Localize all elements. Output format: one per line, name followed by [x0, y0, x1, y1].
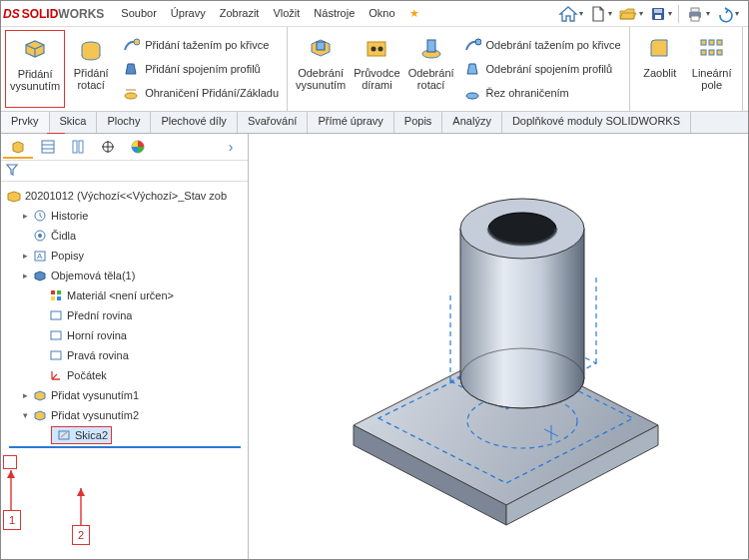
svg-rect-20 — [701, 50, 706, 55]
svg-point-16 — [466, 93, 478, 99]
svg-rect-19 — [717, 40, 722, 45]
svg-point-15 — [475, 39, 481, 45]
svg-rect-22 — [717, 50, 722, 55]
print-icon[interactable]: ▾ — [682, 3, 713, 25]
callout-2: 2 — [72, 525, 90, 545]
svg-rect-39 — [51, 296, 55, 300]
undo-icon[interactable]: ▾ — [713, 3, 742, 25]
menu-nastroje[interactable]: Nástroje — [307, 3, 362, 24]
svg-rect-37 — [51, 290, 55, 294]
feature-loft-boss[interactable]: Přidání spojením profilů — [117, 57, 283, 81]
feature-sweep-boss[interactable]: Přidání tažením po křivce — [117, 33, 283, 57]
callout-1: 1 — [3, 510, 21, 530]
svg-rect-21 — [709, 50, 714, 55]
tree-predni-rovina[interactable]: Přední rovina — [3, 305, 248, 325]
app-logo: DS SOLIDWORKS — [3, 7, 104, 21]
svg-rect-23 — [42, 141, 54, 153]
tab-popis[interactable]: Popis — [394, 112, 443, 133]
svg-rect-42 — [51, 331, 61, 339]
menu-zobrazit[interactable]: Zobrazit — [213, 3, 267, 24]
menu-vlozit[interactable]: Vložit — [266, 3, 307, 24]
tree-vysun1[interactable]: ▸Přidat vysunutím1 — [3, 385, 248, 405]
feature-sweep-cut[interactable]: Odebrání tažením po křivce — [458, 33, 625, 57]
home-icon[interactable]: ▾ — [555, 3, 586, 25]
menu-okno[interactable]: Okno — [362, 3, 401, 24]
svg-rect-9 — [317, 42, 325, 50]
svg-point-8 — [125, 93, 137, 99]
svg-point-34 — [38, 234, 42, 238]
new-icon[interactable]: ▾ — [586, 3, 615, 25]
svg-point-12 — [378, 47, 383, 52]
tree-rollback-bar[interactable] — [9, 446, 241, 448]
svg-rect-18 — [709, 40, 714, 45]
linear-pattern[interactable]: Lineární pole — [686, 30, 738, 108]
panel-tab-config[interactable] — [63, 135, 93, 159]
menu-upravy[interactable]: Úpravy — [164, 3, 213, 24]
feature-extrude-boss[interactable]: Přidání vysunutím — [5, 30, 65, 108]
svg-rect-1 — [654, 9, 662, 13]
tree-tela[interactable]: ▸Objemová těla(1) — [3, 266, 248, 285]
svg-text:A: A — [37, 252, 43, 261]
tab-plochy[interactable]: Plochy — [97, 112, 151, 133]
svg-point-7 — [134, 39, 140, 45]
feature-loft-cut[interactable]: Odebrání spojením profilů — [458, 57, 625, 81]
tree-cidla[interactable]: Čidla — [3, 226, 248, 246]
svg-rect-17 — [701, 40, 706, 45]
feature-revolve-boss[interactable]: Přidání rotací — [65, 30, 117, 108]
tree-vysun2[interactable]: ▾Přidat vysunutím2 — [3, 405, 248, 425]
tab-prvky[interactable]: Prvky — [1, 112, 50, 133]
hole-wizard[interactable]: Průvodce dírami — [350, 30, 403, 108]
svg-rect-27 — [79, 141, 83, 153]
callout-expand-arrow — [3, 455, 17, 469]
tab-skica[interactable]: Skica — [50, 112, 98, 133]
panel-tab-property[interactable] — [33, 135, 63, 159]
tab-prime[interactable]: Přímé úpravy — [308, 112, 393, 133]
svg-rect-38 — [57, 290, 61, 294]
feature-extrude-cut[interactable]: Odebrání vysunutím — [292, 30, 350, 108]
open-icon[interactable]: ▾ — [615, 3, 646, 25]
panel-tab-more[interactable]: › — [216, 135, 246, 159]
feature-boundary-cut[interactable]: Řez ohraničením — [458, 81, 625, 105]
menu-soubor[interactable]: Soubor — [114, 3, 163, 24]
tree-historie[interactable]: ▸Historie — [3, 206, 248, 226]
graphics-viewport[interactable] — [249, 134, 748, 559]
svg-rect-26 — [73, 141, 77, 153]
feature-revolve-cut[interactable]: Odebrání rotací — [404, 30, 458, 108]
tree-prava-rovina[interactable]: Pravá rovina — [3, 345, 248, 365]
save-icon[interactable]: ▾ — [646, 3, 675, 25]
tree-root[interactable]: 20201012 (Výchozí<<Výchozí>_Stav zob — [3, 186, 248, 206]
tree-popisy[interactable]: ▸APopisy — [3, 246, 248, 266]
filter-icon[interactable] — [5, 167, 19, 179]
panel-tab-display[interactable] — [123, 135, 153, 159]
svg-rect-5 — [691, 16, 699, 21]
panel-tab-dimxpert[interactable] — [93, 135, 123, 159]
tab-plechove[interactable]: Plechové díly — [151, 112, 237, 133]
tree-horni-rovina[interactable]: Horní rovina — [3, 325, 248, 345]
fillet[interactable]: Zaoblit — [634, 30, 686, 108]
tab-svarovani[interactable]: Svařování — [238, 112, 309, 133]
svg-rect-2 — [655, 15, 661, 19]
tree-skica2[interactable]: Skica2 — [3, 425, 248, 445]
svg-point-11 — [372, 47, 376, 52]
svg-rect-14 — [427, 40, 435, 52]
tab-doplnky[interactable]: Doplňkové moduly SOLIDWORKS — [502, 112, 691, 133]
panel-tab-feature-tree[interactable] — [3, 135, 33, 159]
svg-rect-4 — [691, 8, 699, 12]
svg-rect-41 — [51, 311, 61, 319]
tree-pocatek[interactable]: Počátek — [3, 365, 248, 385]
tree-material[interactable]: Materiál <není určen> — [3, 285, 248, 305]
feature-boundary-boss[interactable]: Ohraničení Přidání/Základu — [117, 81, 283, 105]
svg-rect-40 — [57, 296, 61, 300]
tab-analyzy[interactable]: Analýzy — [442, 112, 502, 133]
menu-star[interactable]: ★ — [402, 3, 426, 24]
svg-rect-43 — [51, 351, 61, 359]
